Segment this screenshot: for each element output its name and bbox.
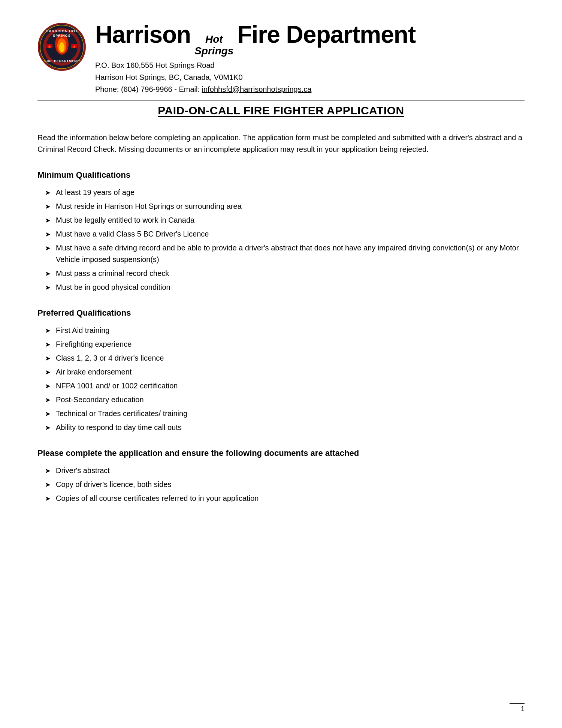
- title-fire-department: Fire Department: [237, 22, 416, 46]
- bullet-arrow: ➤: [45, 409, 51, 419]
- documents-list: ➤Driver's abstract➤Copy of driver's lice…: [37, 465, 525, 504]
- bullet-arrow: ➤: [45, 395, 51, 406]
- minimum-qualifications-section: Minimum Qualifications ➤At least 19 year…: [37, 170, 525, 293]
- list-item: ➤Must have a safe driving record and be …: [45, 242, 525, 265]
- header: 🍁 🍁 HARRISON HOT SPRINGS FIRE DEPARTMENT…: [37, 22, 525, 100]
- list-item: ➤Must be in good physical condition: [45, 282, 525, 293]
- page: 🍁 🍁 HARRISON HOT SPRINGS FIRE DEPARTMENT…: [0, 0, 562, 728]
- bullet-arrow: ➤: [45, 423, 51, 433]
- svg-text:🍁: 🍁: [72, 45, 76, 48]
- svg-text:★: ★: [43, 59, 46, 62]
- svg-point-5: [59, 42, 64, 52]
- bullet-arrow: ➤: [45, 216, 51, 226]
- bullet-arrow: ➤: [45, 340, 51, 350]
- address-line2: Harrison Hot Springs, BC, Canada, V0M1K0: [95, 73, 243, 81]
- bullet-arrow: ➤: [45, 494, 51, 504]
- list-item: ➤At least 19 years of age: [45, 187, 525, 198]
- list-item-text: Copies of all course certificates referr…: [56, 493, 525, 504]
- list-item-text: Technical or Trades certificates/ traini…: [56, 408, 525, 419]
- bullet-arrow: ➤: [45, 229, 51, 240]
- list-item: ➤Must reside in Harrison Hot Springs or …: [45, 201, 525, 212]
- list-item: ➤Must have a valid Class 5 BC Driver's L…: [45, 228, 525, 240]
- svg-text:🍁: 🍁: [48, 45, 51, 48]
- list-item: ➤Ability to respond to day time call out…: [45, 422, 525, 433]
- list-item: ➤NFPA 1001 and/ or 1002 certification: [45, 380, 525, 392]
- list-item: ➤Driver's abstract: [45, 465, 525, 476]
- email-separator: -: [174, 85, 179, 93]
- list-item: ➤Air brake endorsement: [45, 366, 525, 378]
- list-item-text: Must be in good physical condition: [56, 282, 525, 293]
- intro-paragraph: Read the information below before comple…: [37, 132, 525, 155]
- list-item-text: Class 1, 2, 3 or 4 driver's licence: [56, 352, 525, 364]
- bullet-arrow: ➤: [45, 367, 51, 378]
- title-hot-springs: Hot Springs: [194, 34, 233, 57]
- bullet-arrow: ➤: [45, 188, 51, 198]
- documents-heading: Please complete the application and ensu…: [37, 448, 525, 458]
- list-item-text: Must have a valid Class 5 BC Driver's Li…: [56, 228, 525, 240]
- list-item-text: Post-Secondary education: [56, 394, 525, 406]
- list-item: ➤Technical or Trades certificates/ train…: [45, 408, 525, 419]
- document-title: PAID-ON-CALL FIRE FIGHTER APPLICATION: [37, 104, 525, 117]
- bullet-arrow: ➤: [45, 381, 51, 392]
- minimum-qualifications-heading: Minimum Qualifications: [37, 170, 525, 180]
- list-item: ➤Firefighting experience: [45, 339, 525, 350]
- list-item-text: Must reside in Harrison Hot Springs or s…: [56, 201, 525, 212]
- list-item: ➤Post-Secondary education: [45, 394, 525, 406]
- bullet-arrow: ➤: [45, 466, 51, 476]
- page-number-container: 1: [510, 703, 525, 713]
- header-address: P.O. Box 160,555 Hot Springs Road Harris…: [95, 59, 416, 95]
- title-harrison: Harrison: [95, 22, 191, 46]
- logo-container: 🍁 🍁 HARRISON HOT SPRINGS FIRE DEPARTMENT…: [37, 22, 86, 71]
- list-item-text: Firefighting experience: [56, 339, 525, 350]
- list-item: ➤Must be legally entitled to work in Can…: [45, 214, 525, 226]
- header-title-row: Harrison Hot Springs Fire Department: [95, 22, 416, 57]
- preferred-qualifications-heading: Preferred Qualifications: [37, 308, 525, 318]
- documents-section: Please complete the application and ensu…: [37, 448, 525, 504]
- preferred-qualifications-section: Preferred Qualifications ➤First Aid trai…: [37, 308, 525, 433]
- bullet-arrow: ➤: [45, 283, 51, 293]
- list-item: ➤Copy of driver's licence, both sides: [45, 479, 525, 490]
- bullet-arrow: ➤: [45, 326, 51, 336]
- bullet-arrow: ➤: [45, 480, 51, 490]
- list-item: ➤Class 1, 2, 3 or 4 driver's licence: [45, 352, 525, 364]
- phone-text: Phone: (604) 796-9966: [95, 85, 172, 93]
- page-number-line: [510, 703, 525, 704]
- address-line1: P.O. Box 160,555 Hot Springs Road: [95, 61, 215, 69]
- preferred-qualifications-list: ➤First Aid training➤Firefighting experie…: [37, 325, 525, 433]
- list-item: ➤First Aid training: [45, 325, 525, 336]
- list-item-text: Must have a safe driving record and be a…: [56, 242, 525, 265]
- bullet-arrow: ➤: [45, 202, 51, 212]
- list-item-text: Ability to respond to day time call outs: [56, 422, 525, 433]
- bullet-arrow: ➤: [45, 269, 51, 279]
- page-number: 1: [521, 705, 525, 713]
- list-item: ➤Must pass a criminal record check: [45, 268, 525, 279]
- bullet-arrow: ➤: [45, 354, 51, 364]
- svg-text:SPRINGS: SPRINGS: [53, 34, 71, 37]
- list-item-text: At least 19 years of age: [56, 187, 525, 198]
- header-text: Harrison Hot Springs Fire Department P.O…: [95, 22, 416, 95]
- list-item-text: NFPA 1001 and/ or 1002 certification: [56, 380, 525, 392]
- list-item-text: Must pass a criminal record check: [56, 268, 525, 279]
- svg-text:HARRISON HOT: HARRISON HOT: [46, 29, 78, 33]
- list-item-text: Must be legally entitled to work in Cana…: [56, 214, 525, 226]
- list-item-text: Air brake endorsement: [56, 366, 525, 378]
- email-label: Email:: [179, 85, 200, 93]
- svg-text:★: ★: [78, 59, 81, 62]
- svg-text:FIRE DEPARTMENT: FIRE DEPARTMENT: [45, 59, 79, 63]
- department-logo: 🍁 🍁 HARRISON HOT SPRINGS FIRE DEPARTMENT…: [37, 22, 86, 71]
- title-hot: Hot: [205, 34, 223, 45]
- list-item-text: Driver's abstract: [56, 465, 525, 476]
- minimum-qualifications-list: ➤At least 19 years of age➤Must reside in…: [37, 187, 525, 293]
- email-address: infohhsfd@harrisonhotsprings.ca: [202, 85, 312, 93]
- bullet-arrow: ➤: [45, 243, 51, 254]
- title-springs: Springs: [194, 45, 233, 57]
- list-item-text: Copy of driver's licence, both sides: [56, 479, 525, 490]
- list-item: ➤Copies of all course certificates refer…: [45, 493, 525, 504]
- list-item-text: First Aid training: [56, 325, 525, 336]
